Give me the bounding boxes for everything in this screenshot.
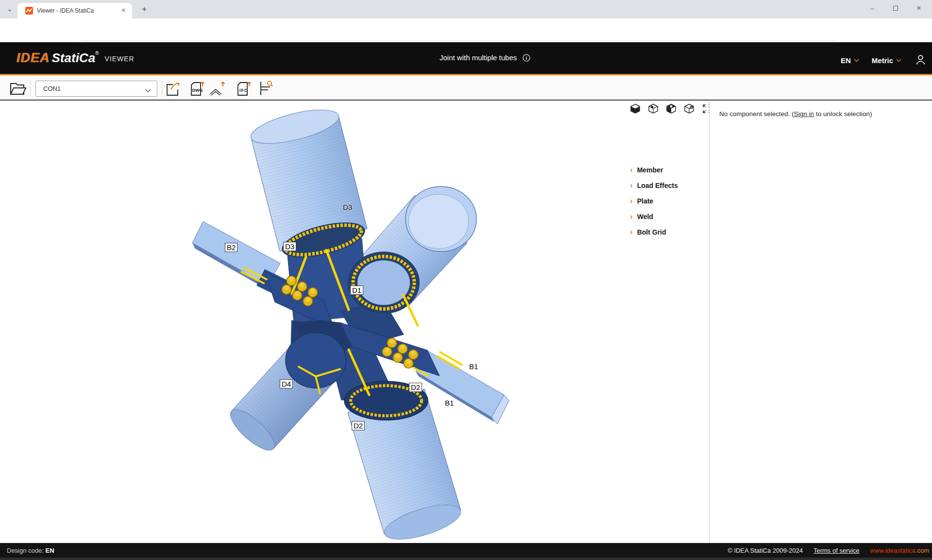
ifc-label: IFC xyxy=(239,88,248,93)
browser-tab[interactable]: Viewer - IDEA StatiCa × xyxy=(17,3,132,18)
design-code-label: Design code: xyxy=(7,547,46,554)
chevron-right-icon: › xyxy=(630,182,633,189)
view-cube-iso-icon[interactable] xyxy=(629,103,641,115)
chevron-right-icon: › xyxy=(630,213,633,221)
toolbar-divider xyxy=(162,80,162,96)
open-project-folder-icon[interactable] xyxy=(10,81,26,96)
project-title-text: Joint with multiple tubes xyxy=(440,53,517,62)
website-tld: .com xyxy=(915,547,929,554)
toolbar-divider xyxy=(30,80,31,96)
browser-url-row: ← → ↻ ⌂ viewer.ideastatica.com/project/c… xyxy=(0,18,932,42)
status-text: to unlock selection) xyxy=(814,110,872,118)
design-code-value: EN xyxy=(46,547,54,554)
model-label-d3: D3 xyxy=(343,203,352,211)
export-dwg-icon[interactable]: DWG xyxy=(187,81,205,96)
units-dropdown[interactable]: Metric xyxy=(872,56,901,65)
section-label: Load Effects xyxy=(637,182,678,189)
selection-status: No component selected. (Sign in to unloc… xyxy=(719,110,872,118)
export-weld-icon[interactable] xyxy=(209,81,228,96)
section-item-load-effects[interactable]: ›Load Effects xyxy=(630,178,703,193)
chevron-right-icon: › xyxy=(630,166,633,174)
logo-registered-mark: ® xyxy=(95,51,99,56)
model-label-b1: B1 xyxy=(469,362,478,371)
view-controls xyxy=(629,103,713,115)
logo-idea: IDEA xyxy=(17,51,50,65)
section-item-plate[interactable]: ›Plate xyxy=(630,193,703,209)
chevron-down-icon xyxy=(145,86,151,95)
view-cube-top-icon[interactable] xyxy=(665,103,677,115)
window-close-button[interactable]: × xyxy=(908,0,930,17)
section-list: ›Member›Load Effects›Plate›Weld›Bolt Gri… xyxy=(630,162,703,240)
dwg-label: DWG xyxy=(192,88,203,93)
model-label-b2: B2 xyxy=(225,243,237,252)
export-ifc-icon[interactable]: IFC xyxy=(234,81,252,96)
section-label: Weld xyxy=(637,213,653,221)
share-export-icon[interactable] xyxy=(165,81,182,96)
chevron-right-icon: › xyxy=(630,228,633,236)
model-label-d2: D2 xyxy=(409,383,422,392)
model-label-d2: D2 xyxy=(352,421,365,430)
section-item-member[interactable]: ›Member xyxy=(630,162,703,178)
window-maximize-button[interactable] xyxy=(884,0,907,17)
section-label: Plate xyxy=(637,197,653,205)
tab-search-button[interactable]: ⌄ xyxy=(4,4,16,16)
copyright-text: © IDEA StatiCa 2009-2024 xyxy=(728,547,803,554)
model-label-d4: D4 xyxy=(280,379,293,389)
chevron-right-icon: › xyxy=(630,197,633,205)
chevron-down-icon xyxy=(896,59,901,62)
ideastatica-website-link[interactable]: www.ideastatica.com xyxy=(870,547,929,554)
sign-in-link[interactable]: Sign in xyxy=(794,110,814,118)
language-dropdown[interactable]: EN xyxy=(841,56,859,65)
app-header: IDEAStatiCa®VIEWER Joint with multiple t… xyxy=(0,42,932,74)
tab-title: Viewer - IDEA StatiCa xyxy=(37,7,119,14)
project-title: Joint with multiple tubes xyxy=(440,53,530,63)
section-item-weld[interactable]: ›Weld xyxy=(630,209,703,224)
idea-statica-logo[interactable]: IDEAStatiCa®VIEWER xyxy=(17,51,135,65)
logo-product-name: VIEWER xyxy=(104,55,134,63)
logo-statica: StatiCa xyxy=(52,51,96,65)
connection-select[interactable]: CON1 xyxy=(35,81,157,97)
user-account-icon[interactable] xyxy=(915,54,926,67)
section-item-bolt-grid[interactable]: ›Bolt Grid xyxy=(630,224,703,240)
new-tab-button[interactable]: + xyxy=(139,4,150,15)
chevron-down-icon xyxy=(854,59,859,62)
website-main: www.ideastatica xyxy=(870,547,915,554)
section-label: Member xyxy=(637,166,663,174)
tab-close-icon[interactable]: × xyxy=(119,7,127,15)
model-label-b1: B1 xyxy=(445,399,454,407)
app-toolbar: CON1 DWG IFC xyxy=(0,75,932,101)
browser-tab-strip: ⌄ Viewer - IDEA StatiCa × + – × xyxy=(0,0,932,18)
info-icon[interactable] xyxy=(523,54,530,63)
model-label-d1: D1 xyxy=(350,286,363,295)
footer-links: © IDEA StatiCa 2009-2024 Terms of servic… xyxy=(728,547,929,554)
header-right-controls: EN Metric xyxy=(841,54,926,67)
model-label-d3: D3 xyxy=(283,242,296,251)
view-cube-front-icon[interactable] xyxy=(647,103,659,115)
design-code: Design code: EN xyxy=(7,547,54,554)
section-label: Bolt Grid xyxy=(637,228,666,236)
model-3d-viewport[interactable]: D3D3B2D1B1D4D2B1D2 xyxy=(0,102,709,543)
status-text: No component selected. ( xyxy=(719,110,794,118)
inspect-detail-icon[interactable] xyxy=(257,81,275,96)
window-minimize-button[interactable]: – xyxy=(861,0,883,17)
idea-statica-favicon xyxy=(25,7,33,15)
connection-select-value: CON1 xyxy=(43,85,61,92)
properties-panel: No component selected. (Sign in to unloc… xyxy=(709,102,932,543)
terms-of-service-link[interactable]: Terms of service xyxy=(813,547,860,554)
view-cube-side-icon[interactable] xyxy=(683,103,695,115)
units-value: Metric xyxy=(872,56,893,65)
app-footer: Design code: EN © IDEA StatiCa 2009-2024… xyxy=(0,543,932,560)
joint-3d-model xyxy=(0,102,709,543)
language-value: EN xyxy=(841,56,851,65)
